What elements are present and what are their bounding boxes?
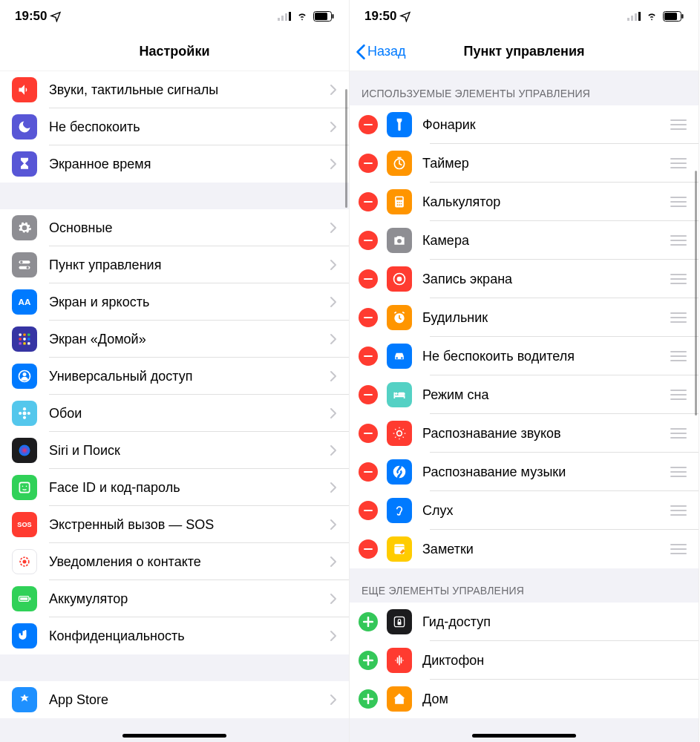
chevron-right-icon xyxy=(330,482,337,493)
camera-icon xyxy=(387,228,412,253)
scroll-thumb[interactable] xyxy=(345,89,347,208)
switches-icon xyxy=(12,252,37,278)
svg-rect-29 xyxy=(19,482,29,492)
svg-rect-36 xyxy=(20,597,27,600)
settings-row-wallpaper[interactable]: Обои xyxy=(0,395,349,432)
chevron-right-icon xyxy=(330,407,337,419)
drag-handle[interactable] xyxy=(669,312,687,323)
chevron-right-icon xyxy=(330,84,337,96)
add-button[interactable] xyxy=(359,651,378,670)
control-center-content: ИСПОЛЬЗУЕМЫЕ ЭЛЕМЕНТЫ УПРАВЛЕНИЯ Фонарик… xyxy=(350,71,699,742)
drag-handle[interactable] xyxy=(669,505,687,516)
settings-group-1: Звуки, тактильные сигналыНе беспокоитьЭк… xyxy=(0,71,349,183)
chevron-right-icon xyxy=(330,556,337,568)
person-icon xyxy=(12,364,37,389)
svg-point-27 xyxy=(27,412,30,415)
remove-button[interactable] xyxy=(359,385,378,404)
speaker-icon xyxy=(12,77,37,102)
remove-button[interactable] xyxy=(359,231,378,250)
cellular-icon xyxy=(278,12,291,21)
drag-handle[interactable] xyxy=(669,158,687,168)
section-header-more: ЕЩЕ ЭЛЕМЕНТЫ УПРАВЛЕНИЯ xyxy=(350,568,699,603)
svg-rect-6 xyxy=(333,14,334,19)
drag-handle[interactable] xyxy=(669,235,687,246)
svg-rect-61 xyxy=(398,393,405,395)
settings-row-sos[interactable]: SOSЭкстренный вызов — SOS xyxy=(0,506,349,543)
more-list: Гид-доступДиктофонДом xyxy=(350,603,699,718)
settings-row-dnd[interactable]: Не беспокоить xyxy=(0,108,349,145)
drag-handle[interactable] xyxy=(669,428,687,439)
remove-button[interactable] xyxy=(359,347,378,366)
row-label: Распознавание музыки xyxy=(422,464,669,480)
settings-row-screentime[interactable]: Экранное время xyxy=(0,145,349,183)
settings-row-accessibility[interactable]: Универсальный доступ xyxy=(0,358,349,395)
cc-row-home: Дом xyxy=(350,680,699,718)
remove-button[interactable] xyxy=(359,192,378,211)
add-button[interactable] xyxy=(359,612,378,631)
svg-point-24 xyxy=(23,407,26,410)
row-label: Не беспокоить водителя xyxy=(422,349,669,364)
row-label: Экран «Домой» xyxy=(49,332,330,347)
drag-handle[interactable] xyxy=(669,274,687,284)
svg-rect-2 xyxy=(285,13,287,21)
home-indicator[interactable] xyxy=(472,734,576,738)
svg-point-28 xyxy=(19,445,30,456)
settings-row-homescreen[interactable]: Экран «Домой» xyxy=(0,321,349,358)
status-bar: 19:50 xyxy=(0,0,349,33)
settings-screen: 19:50 Настройки Звуки, тактильные сигнал… xyxy=(0,0,350,742)
drag-handle[interactable] xyxy=(669,390,687,400)
svg-rect-20 xyxy=(27,342,30,344)
drag-handle[interactable] xyxy=(669,119,687,130)
car-icon xyxy=(387,344,412,369)
row-label: Гид-доступ xyxy=(422,614,687,630)
row-label: Камера xyxy=(422,233,669,249)
settings-row-display[interactable]: AAЭкран и яркость xyxy=(0,283,349,321)
svg-text:AA: AA xyxy=(19,297,31,306)
face-icon xyxy=(12,475,37,500)
svg-rect-39 xyxy=(631,16,633,21)
remove-button[interactable] xyxy=(359,308,378,327)
control-center-screen: 19:50 Назад Пункт управления ИСПОЛЬЗУЕМЫ… xyxy=(350,0,699,742)
flashlight-icon xyxy=(387,112,412,137)
settings-row-appstore[interactable]: App Store xyxy=(0,681,349,718)
timer-icon xyxy=(387,151,412,176)
row-label: Face ID и код-пароль xyxy=(49,480,330,496)
drag-handle[interactable] xyxy=(669,544,687,554)
svg-rect-37 xyxy=(30,597,31,600)
nav-bar: Настройки xyxy=(0,33,349,71)
settings-row-exposure[interactable]: Уведомления о контакте xyxy=(0,543,349,580)
scroll-thumb[interactable] xyxy=(695,171,697,416)
remove-button[interactable] xyxy=(359,424,378,443)
drag-handle[interactable] xyxy=(669,197,687,207)
drag-handle[interactable] xyxy=(669,467,687,477)
settings-row-battery[interactable]: Аккумулятор xyxy=(0,580,349,617)
settings-row-controlcenter[interactable]: Пункт управления xyxy=(0,246,349,283)
back-button[interactable]: Назад xyxy=(356,44,406,60)
appstore-icon xyxy=(12,687,37,712)
settings-row-siri[interactable]: Siri и Поиск xyxy=(0,432,349,469)
remove-button[interactable] xyxy=(359,462,378,482)
add-button[interactable] xyxy=(359,689,378,709)
remove-button[interactable] xyxy=(359,154,378,173)
row-label: Таймер xyxy=(422,156,669,171)
hourglass-icon xyxy=(12,151,37,177)
row-label: Диктофон xyxy=(422,653,687,669)
svg-rect-13 xyxy=(23,334,25,336)
svg-point-59 xyxy=(401,357,403,359)
settings-row-sounds[interactable]: Звуки, тактильные сигналы xyxy=(0,71,349,108)
shazam-icon xyxy=(387,459,412,485)
settings-row-privacy[interactable]: Конфиденциальность xyxy=(0,617,349,654)
remove-button[interactable] xyxy=(359,501,378,520)
svg-rect-16 xyxy=(23,338,25,340)
drag-handle[interactable] xyxy=(669,351,687,361)
remove-button[interactable] xyxy=(359,539,378,559)
settings-row-faceid[interactable]: Face ID и код-пароль xyxy=(0,469,349,506)
row-label: Калькулятор xyxy=(422,194,669,210)
remove-button[interactable] xyxy=(359,115,378,134)
home-indicator[interactable] xyxy=(122,734,226,738)
settings-row-general[interactable]: Основные xyxy=(0,209,349,246)
remove-button[interactable] xyxy=(359,269,378,289)
record-icon xyxy=(387,266,412,292)
location-icon xyxy=(399,10,411,22)
chevron-right-icon xyxy=(330,158,337,170)
